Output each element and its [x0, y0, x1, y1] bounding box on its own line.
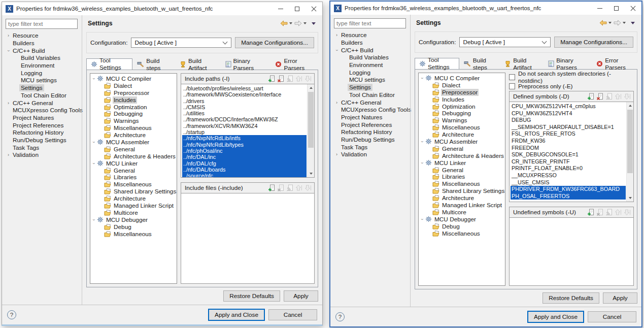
expand-arrow-icon[interactable]: ›	[420, 216, 425, 222]
expand-arrow-icon[interactable]: ›	[6, 33, 11, 38]
manage-configurations-button[interactable]: Manage Configurations...	[235, 37, 314, 48]
sidebar-tree-item[interactable]: › Resource	[334, 31, 410, 39]
include-path-row[interactable]: ../CMSIS	[182, 104, 307, 110]
include-path-row[interactable]: ../bluetooth/profiles/wireless_uart	[182, 85, 307, 91]
tool-tree-item[interactable]: › Managed Linker Script	[90, 202, 177, 209]
tool-tree-item[interactable]: › Shared Library Settings	[90, 188, 177, 195]
filter-input[interactable]	[334, 18, 406, 28]
expand-arrow-icon[interactable]: ›	[334, 47, 340, 53]
tool-tree-item[interactable]: › MCU C Compiler	[419, 75, 505, 82]
sidebar-tree-item[interactable]: › Environment	[334, 61, 410, 69]
defined-symbol-row[interactable]: PH_OSAL_FREERTOS	[511, 193, 626, 200]
include-path-row[interactable]: ../nfc/DAL/inc	[182, 154, 307, 160]
filter-input[interactable]	[6, 19, 78, 29]
apply-and-close-button[interactable]: Apply and Close	[209, 309, 264, 320]
sidebar-tree-item[interactable]: › Project Natures	[334, 114, 410, 121]
tool-tree-item[interactable]: › MCU Linker	[419, 159, 505, 167]
tool-tree-item[interactable]: › Architecture	[419, 194, 505, 202]
titlebar[interactable]: X Properties for frdmkw36_wireless_examp…	[330, 2, 641, 15]
tool-tree-item[interactable]: › Dialect	[90, 82, 177, 89]
checkbox-row[interactable]: Do not search system directories (-nostd…	[509, 73, 634, 81]
defined-symbol-row[interactable]: __SEMIHOST_HARDFAULT_DISABLE=1	[511, 124, 626, 131]
tab[interactable]: 1001 Binary Parsers	[221, 58, 271, 70]
tool-tree-item[interactable]: › Dialect	[419, 82, 505, 89]
sidebar-tree-item[interactable]: › Project References	[334, 121, 410, 128]
tab[interactable]: 1001 Tool Settings	[86, 58, 132, 70]
checkbox[interactable]	[509, 74, 515, 80]
titlebar[interactable]: X Properties for frdmkw36_wireless_examp…	[2, 2, 322, 15]
move-down-icon[interactable]	[623, 92, 632, 101]
sidebar-tree-item[interactable]: › Environment	[6, 62, 82, 70]
sidebar-tree-item[interactable]: › Project Natures	[6, 114, 82, 122]
scroll-up-icon[interactable]	[308, 84, 314, 91]
restore-defaults-button[interactable]: Restore Defaults	[223, 290, 280, 302]
include-path-row[interactable]: ../utilities	[182, 110, 307, 116]
defined-symbol-row[interactable]: CR_INTEGER_PRINTF	[511, 158, 626, 166]
include-path-row[interactable]: ../framework/DCDC/Interface/MKW36Z	[182, 116, 307, 122]
expand-arrow-icon[interactable]: ›	[6, 48, 11, 53]
defined-symbol-row[interactable]: __USE_CMSIS	[511, 179, 626, 186]
expand-arrow-icon[interactable]: ›	[334, 100, 340, 105]
expand-arrow-icon[interactable]: ›	[420, 75, 425, 81]
sidebar-tree-item[interactable]: › Validation	[334, 151, 410, 158]
include-path-row[interactable]: ../nfc/NxpNfcRdLib/types	[182, 142, 307, 148]
help-icon[interactable]: ?	[7, 310, 16, 319]
sidebar-tree-item[interactable]: › C/C++ Build	[6, 47, 82, 54]
tool-tree-item[interactable]: › Debugging	[419, 110, 505, 117]
defined-symbol-row[interactable]: FREEDOM	[511, 145, 626, 152]
back-menu-caret-icon[interactable]	[289, 22, 292, 24]
tool-tree-item[interactable]: › Architecture & Headers	[419, 152, 505, 159]
tab[interactable]: 1001 Error Parsers	[592, 58, 637, 69]
forward-arrow-icon[interactable]	[294, 20, 302, 26]
defined-symbol-row[interactable]: DEBUG	[511, 117, 626, 124]
expand-arrow-icon[interactable]: ›	[420, 138, 425, 145]
delete-icon[interactable]	[595, 92, 604, 101]
add-icon[interactable]	[586, 92, 595, 101]
expand-arrow-icon[interactable]: ›	[91, 75, 96, 82]
tool-tree-item[interactable]: › Debugging	[90, 110, 177, 117]
sidebar-tree-item[interactable]: › Builders	[6, 40, 82, 47]
sidebar-tree-item[interactable]: › Settings	[334, 84, 410, 91]
tool-tree-item[interactable]: › Preprocessor	[90, 89, 177, 96]
include-path-row[interactable]: ../drivers	[182, 98, 307, 104]
tool-tree-item[interactable]: › MCU Assembler	[419, 138, 505, 145]
tool-tree-item[interactable]: › Libraries	[90, 174, 177, 181]
tool-tree-item[interactable]: › Miscellaneous	[419, 180, 505, 187]
apply-and-close-button[interactable]: Apply and Close	[528, 311, 584, 322]
move-up-icon[interactable]	[294, 184, 303, 192]
tool-tree-item[interactable]: › Architecture	[90, 132, 177, 139]
tab[interactable]: 1001 Tool Settings	[415, 58, 459, 69]
checkbox[interactable]	[509, 83, 515, 89]
close-button[interactable]	[306, 2, 322, 15]
scrollbar[interactable]	[307, 84, 314, 177]
tool-tree-item[interactable]: › MCU Assembler	[90, 139, 177, 146]
forward-arrow-icon[interactable]	[614, 20, 621, 26]
tool-tree-item[interactable]: › Miscellaneous	[90, 124, 177, 132]
minimize-button[interactable]	[272, 2, 289, 15]
defined-symbol-row[interactable]: PRINTF_FLOAT_ENABLE=0	[511, 165, 626, 172]
include-path-row[interactable]: ../nfc/NxpNfcRdLib/intfs	[182, 135, 307, 141]
sidebar-tree-item[interactable]: › Tool Chain Editor	[6, 92, 82, 100]
expand-arrow-icon[interactable]: ›	[334, 152, 340, 157]
move-up-icon[interactable]	[614, 208, 623, 216]
tool-tree-item[interactable]: › General	[90, 167, 177, 174]
tab[interactable]: 1001 Build Artifact	[500, 58, 544, 69]
sidebar-tree-item[interactable]: › Settings	[6, 84, 82, 92]
tab[interactable]: 1001 Build steps	[132, 58, 175, 70]
sidebar-tree-item[interactable]: › Run/Debug Settings	[334, 136, 410, 144]
add-icon[interactable]	[267, 184, 276, 192]
tool-tree-item[interactable]: › Warnings	[419, 117, 505, 124]
back-arrow-icon[interactable]	[280, 20, 288, 26]
configuration-select[interactable]: Debug [ Active ]	[131, 38, 231, 48]
sidebar-tree-item[interactable]: › Build Variables	[334, 54, 410, 61]
minimize-button[interactable]	[591, 2, 608, 15]
sidebar-tree-item[interactable]: › MCUXpresso Config Tools	[334, 106, 410, 114]
add-icon[interactable]	[267, 75, 276, 83]
view-menu-icon[interactable]	[631, 22, 635, 24]
back-menu-caret-icon[interactable]	[608, 22, 612, 24]
tool-tree-item[interactable]: › Managed Linker Script	[419, 202, 505, 209]
tool-tree-item[interactable]: › Multicore	[90, 209, 177, 216]
include-path-row[interactable]: ../framework/MWSCoexistence/Interface	[182, 91, 307, 97]
tool-tree-item[interactable]: › MCU Debugger	[419, 216, 505, 223]
include-path-row[interactable]: ../nfc/phOsal/inc	[182, 148, 307, 154]
